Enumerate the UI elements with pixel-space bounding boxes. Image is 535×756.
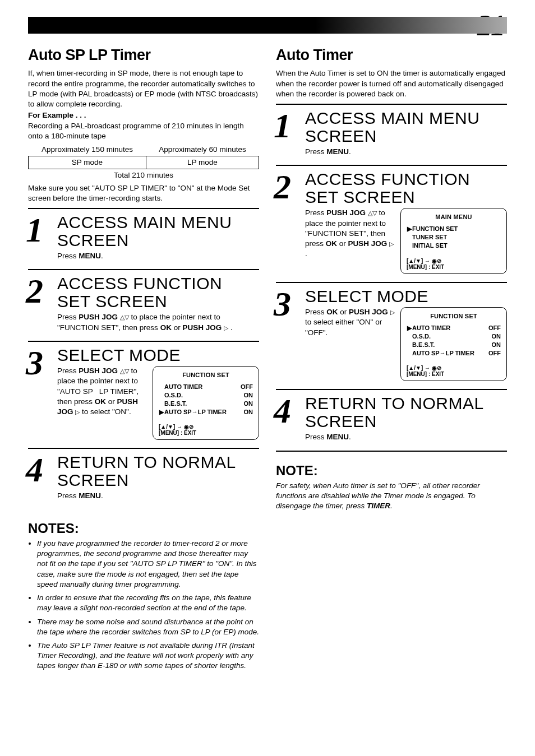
right-step3-text: Press OK or PUSH JOG ▷ to select either … <box>305 307 395 338</box>
osd-key: O.S.D. <box>412 333 431 340</box>
osd-foot-2: [MENU] : EXIT <box>407 264 501 270</box>
right-step-3: 3 SELECT MODE Press OK or PUSH JOG ▷ to … <box>276 282 507 389</box>
osd-val: OFF <box>488 349 501 358</box>
left-aftertable: Make sure you set "AUTO SP LP TIMER" to … <box>28 183 259 203</box>
step-number-icon: 1 <box>274 108 291 143</box>
right-step4-title: RETURN TO NORMAL SCREEN <box>305 395 507 430</box>
t: . <box>349 433 351 441</box>
timer-key: TIMER <box>367 502 390 510</box>
left-step4-body: Press MENU. <box>57 491 259 501</box>
left-step-4: 4 RETURN TO NORMAL SCREEN Press MENU. <box>28 448 259 509</box>
t: . <box>101 252 103 260</box>
left-intro: If, when timer-recording in SP mode, the… <box>28 68 259 109</box>
osd-foot-2: [MENU] : EXIT <box>159 430 253 436</box>
left-forexample: Recording a PAL-broadcast programme of 2… <box>28 121 259 141</box>
osd-val: OFF <box>241 383 253 391</box>
left-notes-list: If you have programmed the recorder to t… <box>28 539 259 671</box>
step-number-icon: 4 <box>274 393 291 428</box>
menu-key: MENU <box>79 491 101 500</box>
t: . <box>349 147 351 156</box>
osd-foot-1: [▲/▼] → ◉⊘ <box>159 424 253 430</box>
osd-function-set-right: FUNCTION SET ▶AUTO TIMEROFF O.S.D.ON B.E… <box>400 307 507 381</box>
t: Press <box>57 252 79 260</box>
left-step-1: 1 ACCESS MAIN MENU SCREEN Press MENU. <box>28 208 259 269</box>
right-intro: When the Auto Timer is set to ON the tim… <box>276 68 507 99</box>
right-step1-title: ACCESS MAIN MENU SCREEN <box>305 109 507 145</box>
left-notes-hdr: NOTES: <box>28 520 259 537</box>
osd-footer: [▲/▼] → ◉⊘ [MENU] : EXIT <box>159 424 253 436</box>
t: . <box>390 502 393 510</box>
mode-table: Approximately 150 minutes Approximately … <box>28 143 259 169</box>
osd-val: ON <box>244 391 253 400</box>
left-step4-title: RETURN TO NORMAL SCREEN <box>57 453 259 489</box>
right-step-1: 1 ACCESS MAIN MENU SCREEN Press MENU. <box>276 104 507 165</box>
right-step1-body: Press MENU. <box>305 147 507 157</box>
osd-val: ON <box>244 408 253 416</box>
t: . <box>101 491 103 500</box>
left-title: Auto SP LP Timer <box>28 45 259 65</box>
left-step2-title: ACCESS FUNCTION SET SCREEN <box>57 275 259 310</box>
menu-key: MENU <box>79 252 101 260</box>
col-left: Auto SP LP Timer If, when timer-recordin… <box>28 39 259 675</box>
osd-val: ON <box>244 400 253 408</box>
t: Press <box>305 433 326 441</box>
osd-key: AUTO SP→LP TIMER <box>164 409 227 415</box>
osd-key: TUNER SET <box>412 234 447 240</box>
mt-r2c1: SP mode <box>29 156 146 169</box>
left-step3-title: SELECT MODE <box>57 346 259 364</box>
osd-key: INITIAL SET <box>412 242 448 249</box>
cursor-icon: ▶ <box>407 225 412 233</box>
menu-key: MENU <box>326 147 349 156</box>
right-note-body: For safety, when Auto timer is set to "O… <box>276 481 507 512</box>
osd-key: B.E.S.T. <box>412 341 435 348</box>
mt-r2c2: LP mode <box>146 156 259 169</box>
step-number-icon: 3 <box>274 286 291 321</box>
osd-foot-2: [MENU] : EXIT <box>407 371 501 377</box>
osd-key: AUTO TIMER <box>412 324 450 331</box>
header-bar <box>28 17 507 34</box>
right-step2-title: ACCESS FUNCTION SET SCREEN <box>305 170 507 206</box>
step-number-icon: 4 <box>26 452 43 487</box>
note-item: If you have programmed the recorder to t… <box>37 539 259 590</box>
osd-title: MAIN MENU <box>407 213 501 221</box>
left-step2-line: Press PUSH JOG △▽ to place the pointer n… <box>57 313 232 331</box>
osd-title: FUNCTION SET <box>407 312 501 321</box>
right-step4-body: Press MENU. <box>305 432 507 442</box>
osd-key: O.S.D. <box>164 392 183 398</box>
osd-key: AUTO TIMER <box>164 383 202 390</box>
step-number-icon: 2 <box>274 169 291 204</box>
osd-function-set-left: FUNCTION SET AUTO TIMEROFF O.S.D.ON B.E.… <box>153 366 259 440</box>
left-step-2: 2 ACCESS FUNCTION SET SCREEN Press PUSH … <box>28 269 259 340</box>
right-step-2: 2 ACCESS FUNCTION SET SCREEN Press PUSH … <box>276 165 507 281</box>
osd-val: OFF <box>488 324 501 332</box>
note-item: There may be some noise and sound distur… <box>37 617 259 637</box>
step-number-icon: 3 <box>26 345 43 380</box>
left-step1-body: Press MENU. <box>57 251 259 261</box>
step-number-icon: 1 <box>26 212 43 247</box>
osd-main-menu: MAIN MENU ▶FUNCTION SET TUNER SET INITIA… <box>400 208 507 273</box>
mt-r1c2: Approximately 60 minutes <box>146 143 259 156</box>
left-step1-title: ACCESS MAIN MENU SCREEN <box>57 214 259 249</box>
osd-val: ON <box>492 341 501 349</box>
mt-total: Total 210 minutes <box>28 170 259 180</box>
t: Press <box>57 491 79 500</box>
cursor-icon: ▶ <box>407 324 412 332</box>
t: Press <box>305 147 326 156</box>
osd-foot-1: [▲/▼] → ◉⊘ <box>407 258 501 264</box>
col-right: Auto Timer When the Auto Timer is set to… <box>276 39 507 675</box>
right-step-4: 4 RETURN TO NORMAL SCREEN Press MENU. <box>276 389 507 451</box>
menu-key: MENU <box>326 433 349 441</box>
right-step2-text: Press PUSH JOG △▽ to place the pointer n… <box>305 208 395 259</box>
step-number-icon: 2 <box>26 273 43 308</box>
mt-r1c1: Approximately 150 minutes <box>29 143 146 156</box>
osd-foot-1: [▲/▼] → ◉⊘ <box>407 365 501 371</box>
right-note-hdr: NOTE: <box>276 462 507 480</box>
osd-footer: [▲/▼] → ◉⊘ [MENU] : EXIT <box>407 258 501 270</box>
left-forexample-hdr: For Example . . . <box>28 110 259 120</box>
osd-key: FUNCTION SET <box>412 225 458 232</box>
right-step3-title: SELECT MODE <box>305 287 507 305</box>
right-title: Auto Timer <box>276 45 507 65</box>
left-step3-text: Press PUSH JOG △▽ to place the pointer n… <box>57 366 147 417</box>
osd-title: FUNCTION SET <box>159 371 253 379</box>
left-step2-body: Press PUSH JOG △▽ to place the pointer n… <box>57 312 259 332</box>
